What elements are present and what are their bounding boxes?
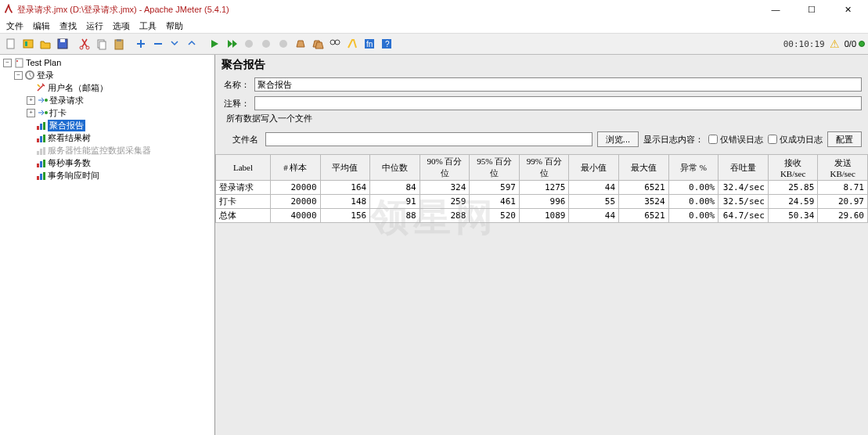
table-cell: 0.00% bbox=[668, 195, 719, 209]
table-cell: 64.7/sec bbox=[719, 209, 769, 223]
tree-results-tree[interactable]: 察看结果树 bbox=[2, 131, 213, 144]
new-icon[interactable] bbox=[3, 36, 19, 52]
stop-icon[interactable] bbox=[241, 36, 257, 52]
reset-search-icon[interactable] bbox=[344, 36, 360, 52]
search-icon[interactable] bbox=[327, 36, 343, 52]
start-icon[interactable] bbox=[207, 36, 222, 52]
test-plan-tree[interactable]: − Test Plan − 登录 用户名（邮箱） + 登录请求 + 打卡 聚合报 bbox=[0, 55, 215, 435]
clear-all-icon[interactable] bbox=[310, 36, 326, 52]
tree-response-time[interactable]: 事务响应时间 bbox=[2, 169, 213, 182]
name-input[interactable] bbox=[254, 77, 862, 92]
tree-toggle-icon[interactable]: − bbox=[3, 59, 12, 67]
menu-options[interactable]: 选项 bbox=[108, 20, 135, 33]
warning-icon[interactable]: ⚠ bbox=[830, 38, 840, 50]
table-header[interactable]: # 样本 bbox=[271, 155, 321, 181]
help-icon[interactable]: ? bbox=[379, 36, 394, 52]
table-header[interactable]: 异常 % bbox=[668, 155, 719, 181]
table-cell: 520 bbox=[470, 209, 520, 223]
menu-edit[interactable]: 编辑 bbox=[28, 20, 55, 33]
filename-input[interactable] bbox=[265, 132, 592, 146]
svg-rect-33 bbox=[43, 147, 45, 155]
tree-root[interactable]: − Test Plan bbox=[2, 56, 213, 69]
aggregate-table[interactable]: Label# 样本平均值中位数90% 百分位95% 百分位99% 百分位最小值最… bbox=[215, 154, 868, 223]
remove-icon[interactable] bbox=[150, 36, 166, 52]
tree-toggle-icon[interactable]: − bbox=[14, 71, 23, 80]
menu-help[interactable]: 帮助 bbox=[161, 20, 188, 33]
table-header[interactable]: 最小值 bbox=[569, 155, 619, 181]
table-row[interactable]: 打卡20000148912594619965535240.00%32.5/sec… bbox=[216, 195, 868, 209]
menu-run[interactable]: 运行 bbox=[81, 20, 108, 33]
table-header[interactable]: 发送 KB/sec bbox=[818, 155, 868, 181]
table-row[interactable]: 总体400001568828852010894465210.00%64.7/se… bbox=[216, 209, 868, 223]
table-header[interactable]: 接收 KB/sec bbox=[768, 155, 818, 181]
svg-rect-4 bbox=[60, 39, 65, 42]
table-header[interactable]: Label bbox=[216, 155, 271, 181]
svg-rect-32 bbox=[40, 149, 42, 155]
tree-perfmon[interactable]: 服务器性能监控数据采集器 bbox=[2, 144, 213, 156]
comment-input[interactable] bbox=[254, 96, 862, 110]
table-header[interactable]: 平均值 bbox=[320, 155, 370, 181]
add-icon[interactable] bbox=[133, 36, 149, 52]
collapse-icon[interactable] bbox=[185, 36, 200, 52]
listener-icon bbox=[35, 132, 46, 143]
svg-rect-31 bbox=[37, 151, 39, 155]
tree-threadgroup[interactable]: − 登录 bbox=[2, 69, 213, 81]
table-header[interactable]: 90% 百分位 bbox=[420, 155, 470, 181]
svg-rect-29 bbox=[40, 136, 42, 142]
shutdown-icon[interactable] bbox=[258, 36, 274, 52]
close-button[interactable]: ✕ bbox=[837, 2, 859, 17]
clear-icon[interactable] bbox=[293, 36, 308, 52]
svg-rect-1 bbox=[23, 40, 33, 48]
status-dot-icon bbox=[859, 41, 865, 47]
tree-toggle-icon[interactable]: + bbox=[27, 109, 35, 117]
menu-file[interactable]: 文件 bbox=[2, 20, 28, 33]
svg-point-11 bbox=[245, 40, 253, 48]
listener-icon bbox=[35, 170, 46, 181]
start-notimers-icon[interactable] bbox=[224, 36, 240, 52]
browse-button[interactable]: 浏览... bbox=[597, 131, 639, 147]
svg-point-23 bbox=[45, 99, 48, 102]
tree-aggregate-report[interactable]: 聚合报告 bbox=[2, 119, 213, 131]
svg-rect-26 bbox=[40, 124, 42, 130]
svg-rect-10 bbox=[117, 39, 121, 41]
stop-remote-icon[interactable] bbox=[276, 36, 291, 52]
table-header[interactable]: 最大值 bbox=[619, 155, 669, 181]
templates-icon[interactable] bbox=[20, 36, 36, 52]
function-icon[interactable]: fn bbox=[362, 36, 377, 52]
expand-icon[interactable] bbox=[167, 36, 183, 52]
name-label: 名称： bbox=[222, 79, 250, 91]
content-panel: 聚合报告 名称： 注释： 所有数据写入一个文件 文件名 浏览... 显示日志内容… bbox=[215, 55, 868, 435]
only-errors-checkbox[interactable]: 仅错误日志 bbox=[708, 134, 763, 146]
tree-toggle-icon[interactable]: + bbox=[27, 96, 35, 105]
menu-search[interactable]: 查找 bbox=[55, 20, 81, 33]
minimize-button[interactable]: — bbox=[765, 2, 787, 17]
menubar: 文件 编辑 查找 运行 选项 工具 帮助 bbox=[0, 19, 868, 33]
table-header[interactable]: 95% 百分位 bbox=[470, 155, 520, 181]
table-cell: 3524 bbox=[619, 195, 669, 209]
svg-rect-2 bbox=[25, 41, 27, 46]
table-cell: 8.71 bbox=[818, 181, 868, 195]
table-header[interactable]: 中位数 bbox=[370, 155, 420, 181]
svg-point-6 bbox=[86, 46, 89, 49]
cut-icon[interactable] bbox=[77, 36, 92, 52]
tree-tps[interactable]: 每秒事务数 bbox=[2, 156, 213, 169]
only-success-checkbox[interactable]: 仅成功日志 bbox=[768, 134, 823, 146]
table-cell: 打卡 bbox=[216, 195, 271, 209]
configure-button[interactable]: 配置 bbox=[827, 131, 862, 147]
table-row[interactable]: 登录请求200001648432459712754465210.00%32.4/… bbox=[216, 181, 868, 195]
svg-point-5 bbox=[80, 46, 83, 49]
tree-daka-request[interactable]: + 打卡 bbox=[2, 106, 213, 119]
table-header[interactable]: 吞吐量 bbox=[719, 155, 769, 181]
copy-icon[interactable] bbox=[94, 36, 110, 52]
open-icon[interactable] bbox=[38, 36, 53, 52]
tree-login-request[interactable]: + 登录请求 bbox=[2, 94, 213, 106]
paste-icon[interactable] bbox=[111, 36, 127, 52]
menu-tools[interactable]: 工具 bbox=[135, 20, 161, 33]
svg-rect-34 bbox=[37, 164, 39, 167]
save-icon[interactable] bbox=[55, 36, 70, 52]
maximize-button[interactable]: ☐ bbox=[801, 2, 823, 17]
svg-rect-20 bbox=[16, 59, 23, 67]
table-header[interactable]: 99% 百分位 bbox=[519, 155, 569, 181]
tree-user-params[interactable]: 用户名（邮箱） bbox=[2, 81, 213, 94]
table-cell: 6521 bbox=[619, 209, 669, 223]
